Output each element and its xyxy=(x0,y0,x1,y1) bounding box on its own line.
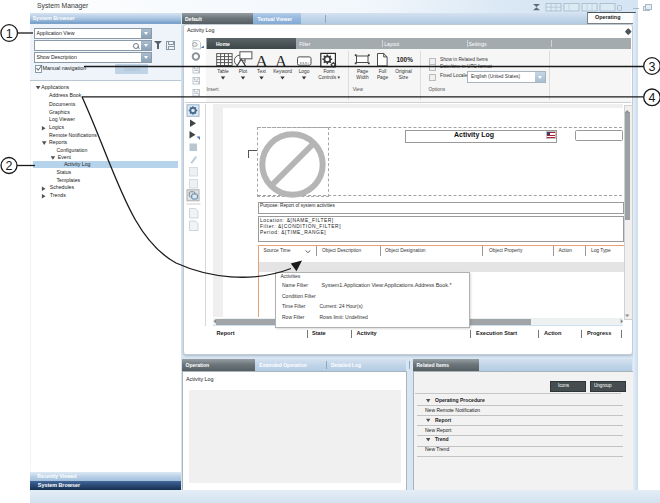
svg-text:3: 3 xyxy=(649,60,656,74)
svg-text:4: 4 xyxy=(649,91,656,105)
svg-text:2: 2 xyxy=(6,159,13,173)
svg-text:1: 1 xyxy=(6,27,13,41)
